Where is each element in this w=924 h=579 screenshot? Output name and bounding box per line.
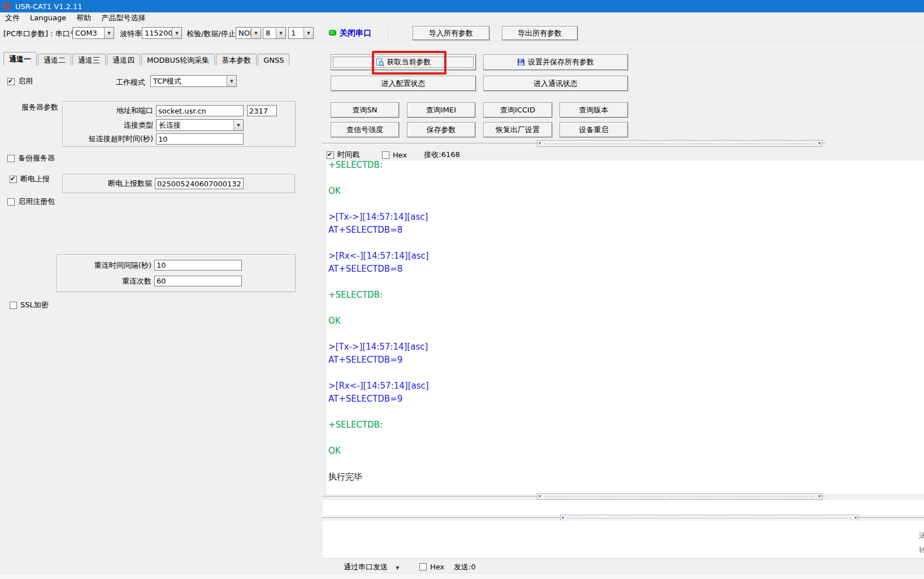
parity-select[interactable]: NONI ▼ — [236, 27, 261, 39]
query-sn-button[interactable]: 查询SN — [331, 102, 399, 117]
backup-server-checkbox-row[interactable]: 备份服务器 — [7, 153, 55, 163]
chevron-down-icon[interactable]: ▼ — [303, 28, 313, 38]
query-version-button[interactable]: 查询版本 — [559, 102, 628, 117]
factory-reset-button[interactable]: 恢复出厂设置 — [483, 122, 552, 137]
splitter-arrow-icon: ▾ — [817, 141, 822, 146]
reconnect-times-input[interactable] — [154, 276, 242, 286]
ssl-checkbox-row[interactable]: SSL加密 — [10, 300, 49, 310]
chevron-down-icon[interactable]: ▼ — [276, 28, 285, 38]
dump-tab-label[interactable]: 转 — [919, 543, 924, 557]
server-address-input[interactable] — [156, 105, 244, 116]
conn-type-select[interactable]: 长连接 ▼ — [156, 119, 244, 131]
log-line — [328, 302, 924, 315]
log-line — [328, 432, 924, 445]
query-imei-button[interactable]: 查询IMEI — [407, 102, 475, 117]
receive-options-row: 时间戳 Hex 接收:6168 — [327, 150, 460, 160]
menu-item-2[interactable]: 帮助 — [71, 12, 96, 24]
import-params-button[interactable]: 导入所有参数 — [413, 26, 489, 40]
enable-checkbox-row[interactable]: 启用 — [7, 76, 33, 86]
receive-log[interactable]: +SELECTDB: OK >[Tx->][14:57:14][asc]AT+S… — [327, 161, 924, 494]
enable-checkbox[interactable] — [7, 78, 15, 85]
log-line: >[Tx->][14:57:14][asc] — [328, 341, 924, 354]
work-mode-select[interactable]: TCP模式 ▼ — [150, 75, 237, 87]
chevron-down-icon[interactable]: ▼ — [251, 28, 261, 38]
send-preview-pane[interactable] — [323, 500, 924, 515]
log-line: OK — [328, 185, 924, 198]
status-strip — [0, 573, 924, 579]
tab-0[interactable]: 通道一 — [3, 52, 37, 66]
tab-3[interactable]: 通道四 — [107, 54, 140, 66]
get-current-params-button[interactable]: 获取当前参数 — [331, 54, 476, 70]
enter-comm-state-button[interactable]: 进入通讯状态 — [483, 76, 628, 91]
chevron-down-icon[interactable]: ▼ — [233, 120, 243, 130]
tab-2[interactable]: 通道三 — [72, 54, 106, 66]
menu-item-0[interactable]: 文件 — [0, 12, 25, 24]
clear-tab-label[interactable]: 清 — [919, 529, 924, 543]
log-line: AT+SELECTDB=9 — [328, 354, 924, 367]
baud-select[interactable]: 115200 ▼ — [142, 27, 182, 39]
stopbits-select[interactable]: 1 ▼ — [288, 27, 314, 39]
send-bar: 通过串口发送 ▼ Hex 发送:0 — [322, 558, 924, 573]
send-count: 发送:0 — [454, 562, 476, 572]
log-line: >[Tx->][14:57:14][asc] — [328, 211, 924, 224]
splitter-handle[interactable]: ▾ ▾ — [537, 140, 822, 147]
edge-side-tabs[interactable]: 清 转 — [919, 529, 924, 559]
export-params-button[interactable]: 导出所有参数 — [502, 26, 578, 40]
tab-5[interactable]: 基本参数 — [216, 54, 257, 66]
splitter-dots — [544, 143, 815, 145]
backup-server-label: 备份服务器 — [18, 153, 55, 163]
power-report-checkbox-row[interactable]: 断电上报 — [10, 174, 50, 184]
chevron-down-icon[interactable]: ▼ — [172, 28, 181, 38]
server-params-groupbox: 地址和端口 连接类型 长连接 ▼ 短连接超时时间(秒) — [62, 101, 296, 147]
log-line: OK — [328, 315, 924, 328]
tab-1[interactable]: 通道二 — [38, 54, 71, 66]
chevron-down-icon: ▼ — [396, 565, 399, 571]
com-port-select[interactable]: COM3 ▼ — [72, 27, 114, 39]
tab-6[interactable]: GNSS — [258, 54, 289, 66]
menu-item-3[interactable]: 产品型号选择 — [96, 12, 150, 24]
set-save-all-params-button[interactable]: 设置并保存所有参数 — [483, 54, 628, 70]
timestamp-checkbox[interactable] — [327, 151, 334, 159]
send-input-area[interactable] — [323, 521, 924, 558]
databits-select[interactable]: 8 ▼ — [263, 27, 286, 39]
register-pack-checkbox[interactable] — [7, 198, 15, 206]
tx-hex-checkbox-row[interactable]: Hex — [419, 563, 444, 571]
splitter-handle[interactable]: ▾ ▾ — [537, 493, 822, 500]
ssl-checkbox[interactable] — [10, 302, 17, 309]
tab-4[interactable]: MODBUS轮询采集 — [141, 54, 215, 66]
splitter-arrow-icon: ▾ — [537, 494, 542, 499]
short-timeout-input[interactable] — [156, 133, 244, 145]
save-params-button[interactable]: 保存参数 — [407, 122, 475, 137]
short-timeout-label: 短连接超时时间(秒) — [63, 134, 156, 144]
send-mode-dropdown[interactable]: 通过串口发送 ▼ — [344, 562, 399, 572]
title-bar[interactable]: USR-CAT1 V1.2.11 — [0, 0, 924, 12]
server-port-input[interactable] — [247, 105, 277, 116]
reconnect-groupbox: 重连时间间隔(秒) 重连次数 — [57, 254, 296, 292]
rx-hex-checkbox[interactable] — [382, 151, 389, 159]
menu-item-1[interactable]: Language — [25, 12, 71, 24]
work-mode-label: 工作模式 — [116, 77, 145, 88]
tx-hex-checkbox[interactable] — [419, 563, 427, 571]
query-iccid-button[interactable]: 查询ICCID — [483, 102, 552, 117]
close-port-button[interactable]: 关闭串口 — [340, 28, 371, 38]
splitter-arrow-icon: ▾ — [853, 516, 858, 520]
ssl-label: SSL加密 — [20, 300, 49, 310]
floppy-save-icon — [517, 58, 525, 66]
chevron-down-icon[interactable]: ▼ — [227, 76, 236, 86]
app-logo-icon — [3, 2, 11, 10]
reconnect-interval-input[interactable] — [154, 260, 242, 271]
enter-config-state-button[interactable]: 进入配置状态 — [331, 76, 476, 91]
backup-server-checkbox[interactable] — [7, 155, 15, 162]
log-line — [328, 328, 924, 341]
query-signal-button[interactable]: 查信号强度 — [331, 122, 399, 137]
log-line: >[Rx<-][14:57:14][asc] — [328, 380, 924, 393]
device-reboot-button[interactable]: 设备重启 — [559, 122, 628, 137]
power-report-checkbox[interactable] — [10, 176, 17, 183]
power-data-input[interactable] — [155, 178, 244, 189]
reconnect-times-label: 重连次数 — [57, 276, 154, 286]
receive-log-lines: +SELECTDB: OK >[Tx->][14:57:14][asc]AT+S… — [328, 161, 924, 484]
register-pack-checkbox-row[interactable]: 启用注册包 — [7, 197, 55, 207]
log-line: >[Rx<-][14:57:14][asc] — [328, 250, 924, 263]
chevron-down-icon[interactable]: ▼ — [104, 28, 114, 38]
log-line: +SELECTDB: — [328, 161, 924, 172]
